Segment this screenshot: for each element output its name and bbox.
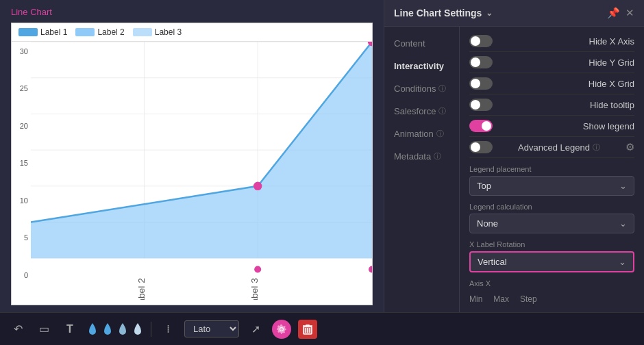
panel-title: Line Chart Settings ⌄ xyxy=(394,8,493,18)
setting-row-hide-tooltip: Hide tooltip xyxy=(469,94,634,116)
nav-item-conditions[interactable]: Conditions ⓘ xyxy=(384,77,459,100)
chevron-down-icon: ⌄ xyxy=(619,218,627,229)
gear-icon-advanced-legend[interactable]: ⚙ xyxy=(626,141,634,153)
legend-color-3 xyxy=(133,28,152,36)
label-advanced-legend: Advanced Legend ⓘ xyxy=(518,142,600,153)
chart-title: Line Chart xyxy=(11,7,373,17)
label-hide-x-axis: Hide X Axis xyxy=(589,36,634,47)
panel-header: Line Chart Settings ⌄ 📌 ✕ xyxy=(384,0,644,27)
info-icon-conditions: ⓘ xyxy=(438,84,446,94)
nav-item-salesforce[interactable]: Salesforce ⓘ xyxy=(384,100,459,123)
legend-calculation-value: None xyxy=(477,218,498,229)
label-show-legend: Show legend xyxy=(583,121,634,131)
axis-x-row: Min Max Step xyxy=(469,290,634,308)
chart-container: Label 1 Label 2 Label 3 0 5 10 15 xyxy=(11,23,373,305)
nav-item-animation[interactable]: Animation ⓘ xyxy=(384,123,459,145)
setting-row-advanced-legend: Advanced Legend ⓘ ⚙ xyxy=(469,137,634,158)
drop-icon-2[interactable] xyxy=(101,322,114,337)
label-hide-y-grid: Hide Y Grid xyxy=(589,58,634,68)
drop-icon-4[interactable] xyxy=(132,322,144,337)
svg-point-15 xyxy=(254,266,261,273)
chart-area: Line Chart Label 1 Label 2 Label 3 xyxy=(0,0,384,312)
legend-item-2: Label 2 xyxy=(75,27,124,37)
toggle-hide-y-grid[interactable] xyxy=(469,56,493,68)
chart-svg: Label 1 Label 2 Label 3 xyxy=(31,42,372,300)
legend-item-3: Label 3 xyxy=(133,27,182,37)
x-label-rotation-label: X Label Rotation xyxy=(469,240,634,248)
info-icon-advanced-legend: ⓘ xyxy=(593,142,600,153)
chart-legend: Label 1 Label 2 Label 3 xyxy=(12,23,372,42)
legend-color-1 xyxy=(18,28,38,36)
toggle-knob xyxy=(471,79,480,88)
toolbar: ↶ ▭ T ⁞ Lato Arial Roboto ➚ xyxy=(0,312,644,345)
square-icon[interactable]: ▭ xyxy=(34,320,53,339)
drops-group xyxy=(86,322,144,337)
toggle-knob xyxy=(471,142,480,152)
toggle-show-legend[interactable] xyxy=(469,120,493,132)
panel-header-icons: 📌 ✕ xyxy=(607,7,634,19)
chevron-down-icon: ⌄ xyxy=(619,181,627,191)
info-icon-salesforce: ⓘ xyxy=(438,106,446,116)
drop-icon-1[interactable] xyxy=(86,322,99,337)
legend-label-1: Label 1 xyxy=(40,27,67,37)
axis-x-step-label: Step xyxy=(520,294,537,304)
nav-item-content[interactable]: Content xyxy=(384,32,459,55)
legend-color-2 xyxy=(75,28,95,36)
legend-placement-label: Legend placement xyxy=(469,165,634,173)
chart-plot: Label 1 Label 2 Label 3 xyxy=(31,42,372,300)
text-spacing-icon[interactable]: ⁞ xyxy=(158,320,177,339)
toggle-knob xyxy=(482,121,491,131)
toggle-knob xyxy=(471,36,480,46)
label-hide-tooltip: Hide tooltip xyxy=(590,100,634,110)
chart-body: 0 5 10 15 20 25 30 xyxy=(12,42,372,300)
legend-label-3: Label 3 xyxy=(155,27,182,37)
separator-1 xyxy=(151,322,151,337)
setting-row-hide-x-grid: Hide X Grid xyxy=(469,73,634,94)
svg-text:Label 1: Label 1 xyxy=(31,278,33,299)
setting-row-hide-y-grid: Hide Y Grid xyxy=(469,52,634,73)
svg-text:Label 3: Label 3 xyxy=(249,278,260,300)
panel-content: Hide X Axis Hide Y Grid Hide X Grid xyxy=(460,27,644,312)
drop-icon-3[interactable] xyxy=(116,322,129,337)
panel-nav: Content Interactivity Conditions ⓘ Sales… xyxy=(384,27,460,312)
font-selector[interactable]: Lato Arial Roboto xyxy=(184,320,239,337)
cursor-icon[interactable]: ↶ xyxy=(8,320,27,339)
info-icon-animation: ⓘ xyxy=(436,129,444,139)
delete-button[interactable] xyxy=(298,320,317,339)
axis-x-label: Axis X xyxy=(469,279,634,288)
toggle-hide-x-grid[interactable] xyxy=(469,77,493,90)
toggle-advanced-legend[interactable] xyxy=(469,141,493,153)
legend-placement-dropdown[interactable]: Top ⌄ xyxy=(469,176,634,196)
toggle-hide-x-axis[interactable] xyxy=(469,35,493,47)
pin-icon[interactable]: 📌 xyxy=(607,7,620,19)
legend-label-2: Label 2 xyxy=(97,27,124,37)
settings-panel: Line Chart Settings ⌄ 📌 ✕ Content Intera… xyxy=(384,0,644,312)
chevron-down-icon[interactable]: ⌄ xyxy=(486,8,493,18)
axis-x-max-label: Max xyxy=(493,294,509,304)
legend-item-1: Label 1 xyxy=(18,27,67,37)
toggle-knob xyxy=(471,100,480,110)
x-label-rotation-value: Vertical xyxy=(478,257,507,267)
x-label-rotation-dropdown[interactable]: Vertical ⌄ xyxy=(469,251,634,272)
info-icon-metadata: ⓘ xyxy=(434,151,441,162)
legend-calculation-dropdown[interactable]: None ⌄ xyxy=(469,214,634,233)
toggle-knob xyxy=(471,58,480,67)
nav-item-metadata[interactable]: Metadata ⓘ xyxy=(384,145,459,168)
y-axis: 0 5 10 15 20 25 30 xyxy=(12,42,31,300)
toggle-hide-tooltip[interactable] xyxy=(469,99,493,111)
close-icon[interactable]: ✕ xyxy=(626,7,634,19)
chevron-down-icon: ⌄ xyxy=(619,257,626,267)
external-link-icon[interactable]: ➚ xyxy=(246,320,265,339)
text-icon[interactable]: T xyxy=(60,320,79,339)
svg-point-16 xyxy=(369,266,372,273)
settings-gear-button[interactable] xyxy=(272,320,291,339)
svg-point-10 xyxy=(253,182,262,191)
label-hide-x-grid: Hide X Grid xyxy=(589,79,634,89)
setting-row-hide-x-axis: Hide X Axis xyxy=(469,31,634,52)
legend-calculation-label: Legend calculation xyxy=(469,203,634,211)
panel-body: Content Interactivity Conditions ⓘ Sales… xyxy=(384,27,644,312)
axis-x-min-label: Min xyxy=(469,294,482,304)
svg-text:Label 2: Label 2 xyxy=(136,278,147,299)
legend-placement-value: Top xyxy=(477,181,491,191)
nav-item-interactivity[interactable]: Interactivity xyxy=(384,55,459,77)
